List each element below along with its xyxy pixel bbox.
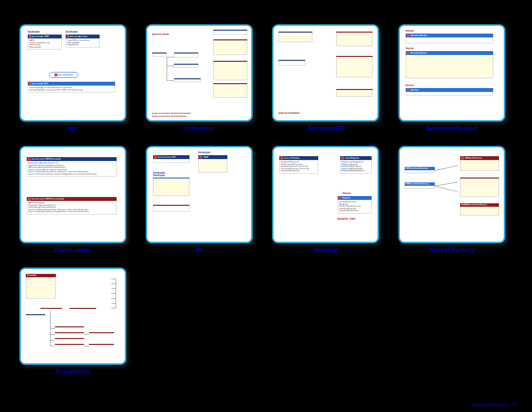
box-naming: java.rmi Naming String[] list(String nam… <box>279 156 318 174</box>
box-dgc: java.rmi.dgc DGC Lease dirty(ObjID[] ids… <box>28 82 115 92</box>
thumb-exceptions[interactable]: Throwable <box>19 268 126 365</box>
caption-activationid: ActivationID <box>307 125 344 132</box>
box-ex5 <box>55 326 84 327</box>
box-lease: java.rmi.dgc Lease Lease(VMID id, long d… <box>66 35 100 48</box>
box-actmon: ActivationMonitor <box>406 34 493 43</box>
caption-naming: Naming <box>314 246 337 253</box>
box-a2 <box>213 39 247 55</box>
box-a5 <box>174 64 198 68</box>
thumb-activationsystem[interactable]: Remote ActivationMonitor Remote Activati… <box>398 24 505 122</box>
caption-exceptions: Exceptions <box>56 368 89 375</box>
caption-activation: Activation <box>184 125 215 132</box>
box-b5 <box>336 89 373 97</box>
box-vmid: java.rmi.dgc VMID VMID() boolean equals(… <box>28 35 62 50</box>
box-locateregistry: LocateRegistry Registry createRegistry(i… <box>340 156 372 174</box>
caption-id: ID <box>196 246 203 253</box>
interface-icon <box>29 82 32 85</box>
label-serializable2: Serializable <box>66 31 78 33</box>
thumb-classloader[interactable]: java.rmi.server RMIClassLoader String ge… <box>19 146 126 243</box>
box-sf5: SslRMIServerSocketFactory <box>460 203 499 215</box>
box-id3 <box>153 178 189 196</box>
cell-socketfactory: RMISocketFactory RMIClientSocketFactory … <box>394 146 510 258</box>
cell-classloader: java.rmi.server RMIClassLoader String ge… <box>15 146 131 258</box>
thumbnail-grid: Serializable Serializable java.rmi.dgc V… <box>15 24 517 379</box>
interface-icon <box>407 89 410 91</box>
box-sf1: RMISocketFactory <box>460 156 499 171</box>
box-sf4 <box>460 178 499 197</box>
class-icon <box>67 35 69 38</box>
class-icon <box>280 157 283 160</box>
footer-link[interactable]: www.falkhausen.de <box>471 401 517 407</box>
box-a6 <box>174 78 201 82</box>
cell-naming: java.rmi Naming String[] list(String nam… <box>267 146 384 258</box>
pkg-label: java.rmi.server <box>152 33 169 36</box>
box-ex4 <box>26 314 45 315</box>
cell-activationsystem: Remote ActivationMonitor Remote Activati… <box>394 24 510 136</box>
thumb-id[interactable]: Serializable java.rmi.server UID ObjID S… <box>146 146 253 243</box>
class-icon <box>29 35 32 38</box>
box-actsys: ActivationSystem <box>406 51 493 78</box>
box-objid: ObjID <box>198 155 227 173</box>
box-b4 <box>336 56 373 77</box>
legend1: ■ java.rmi.activation.ActivationInstanti… <box>152 112 191 114</box>
cell-id: Serializable java.rmi.server UID ObjID S… <box>141 146 257 258</box>
box-b1 <box>278 32 312 42</box>
box-rmiclspi: java.rmi.server RMIClassLoaderSpi RMICla… <box>27 197 117 215</box>
caption-socketfactory: Socket Factory <box>429 246 474 253</box>
box-sf3: RMIServerSocketFactory <box>405 182 435 189</box>
lab-remote1: Remote <box>406 30 414 32</box>
box-a4 <box>174 53 198 57</box>
cell-activationid: java.rmi.activation ActivationID <box>267 24 384 136</box>
box-a1 <box>213 30 247 35</box>
box-a7 <box>213 61 247 80</box>
box-ex9 <box>89 332 114 333</box>
caption-activationsystem: ActivationSystem <box>425 125 478 132</box>
box-throw: Throwable <box>26 274 56 299</box>
box-ex3 <box>69 308 96 309</box>
interface-icon <box>407 52 410 54</box>
class-icon <box>199 156 202 159</box>
box-b3 <box>278 60 305 66</box>
lab-remote4: Remote <box>343 192 351 195</box>
label-serializable: Serializable <box>28 31 40 33</box>
caption-dgc: dgc <box>67 125 78 132</box>
lab-remote2: Remote <box>406 47 414 50</box>
lab-ser: Serializable <box>198 151 210 154</box>
box-a8 <box>213 83 247 98</box>
legend2: ■ java.rmi.activation.ActivationGroup <box>152 115 187 117</box>
class-icon <box>28 197 31 200</box>
class-icon <box>154 156 157 159</box>
cell-activation: java.rmi.server ■ java.rmi.activation.Ac… <box>141 24 257 136</box>
interface-icon <box>339 197 342 199</box>
interface-icon <box>407 34 410 37</box>
class-icon <box>461 157 464 160</box>
thumb-naming[interactable]: java.rmi Naming String[] list(String nam… <box>272 146 379 243</box>
lab-port: REGISTRY_PORT <box>337 218 356 220</box>
remote-badge: java.rmi Remote <box>49 72 78 78</box>
lab-remote3: Remote <box>406 84 414 87</box>
thumb-activation[interactable]: java.rmi.server ■ java.rmi.activation.Ac… <box>146 24 253 122</box>
thumb-dgc[interactable]: Serializable Serializable java.rmi.dgc V… <box>19 24 126 122</box>
box-registry: Registry void bind(String name) String[]… <box>338 196 372 214</box>
interface-icon <box>54 73 57 76</box>
cell-dgc: Serializable Serializable java.rmi.dgc V… <box>15 24 131 136</box>
thumb-socketfactory[interactable]: RMISocketFactory RMIClientSocketFactory … <box>398 146 505 243</box>
box-id4 <box>153 205 189 212</box>
box-ex7 <box>55 338 84 339</box>
lab-ser2: SerializableDataOutput <box>153 172 165 177</box>
box-activator: Activator <box>406 88 493 96</box>
pkg-label2: java.rmi.activation <box>278 111 300 114</box>
box-uid: java.rmi.server UID <box>153 155 189 163</box>
box-b2 <box>336 32 373 46</box>
box-rmicl: java.rmi.server RMIClassLoader String ge… <box>27 157 117 177</box>
box-ex10 <box>89 344 114 345</box>
cell-exceptions: Throwable <box>15 268 131 379</box>
box-ex2 <box>40 308 62 309</box>
box-ex8 <box>55 344 84 345</box>
box-ex6 <box>55 332 84 333</box>
caption-classloader: ClassLoader <box>54 246 92 253</box>
thumb-activationid[interactable]: java.rmi.activation <box>272 24 379 122</box>
class-icon <box>341 157 344 160</box>
box-a3 <box>152 53 167 56</box>
class-icon <box>28 158 31 161</box>
